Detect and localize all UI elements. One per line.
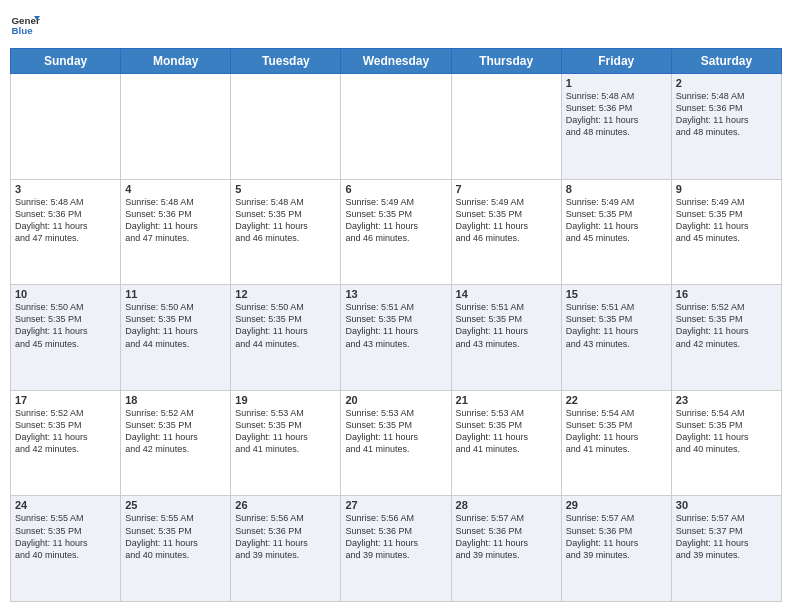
calendar-cell: 2Sunrise: 5:48 AMSunset: 5:36 PMDaylight… bbox=[671, 74, 781, 180]
column-header-thursday: Thursday bbox=[451, 49, 561, 74]
calendar-cell: 18Sunrise: 5:52 AMSunset: 5:35 PMDayligh… bbox=[121, 390, 231, 496]
day-info: Sunrise: 5:48 AMSunset: 5:36 PMDaylight:… bbox=[676, 90, 777, 139]
calendar-cell: 25Sunrise: 5:55 AMSunset: 5:35 PMDayligh… bbox=[121, 496, 231, 602]
day-number: 23 bbox=[676, 394, 777, 406]
column-header-wednesday: Wednesday bbox=[341, 49, 451, 74]
column-header-friday: Friday bbox=[561, 49, 671, 74]
day-number: 18 bbox=[125, 394, 226, 406]
calendar-cell: 5Sunrise: 5:48 AMSunset: 5:35 PMDaylight… bbox=[231, 179, 341, 285]
day-info: Sunrise: 5:48 AMSunset: 5:36 PMDaylight:… bbox=[15, 196, 116, 245]
day-info: Sunrise: 5:56 AMSunset: 5:36 PMDaylight:… bbox=[345, 512, 446, 561]
day-number: 1 bbox=[566, 77, 667, 89]
calendar-cell: 26Sunrise: 5:56 AMSunset: 5:36 PMDayligh… bbox=[231, 496, 341, 602]
calendar-cell: 8Sunrise: 5:49 AMSunset: 5:35 PMDaylight… bbox=[561, 179, 671, 285]
day-number: 10 bbox=[15, 288, 116, 300]
day-number: 3 bbox=[15, 183, 116, 195]
day-info: Sunrise: 5:54 AMSunset: 5:35 PMDaylight:… bbox=[566, 407, 667, 456]
calendar-cell: 19Sunrise: 5:53 AMSunset: 5:35 PMDayligh… bbox=[231, 390, 341, 496]
day-number: 7 bbox=[456, 183, 557, 195]
day-info: Sunrise: 5:54 AMSunset: 5:35 PMDaylight:… bbox=[676, 407, 777, 456]
day-number: 11 bbox=[125, 288, 226, 300]
column-header-sunday: Sunday bbox=[11, 49, 121, 74]
calendar-cell: 6Sunrise: 5:49 AMSunset: 5:35 PMDaylight… bbox=[341, 179, 451, 285]
day-number: 24 bbox=[15, 499, 116, 511]
column-header-monday: Monday bbox=[121, 49, 231, 74]
calendar-cell bbox=[121, 74, 231, 180]
day-info: Sunrise: 5:48 AMSunset: 5:35 PMDaylight:… bbox=[235, 196, 336, 245]
calendar-cell: 11Sunrise: 5:50 AMSunset: 5:35 PMDayligh… bbox=[121, 285, 231, 391]
calendar-cell: 29Sunrise: 5:57 AMSunset: 5:36 PMDayligh… bbox=[561, 496, 671, 602]
calendar-cell: 13Sunrise: 5:51 AMSunset: 5:35 PMDayligh… bbox=[341, 285, 451, 391]
day-number: 20 bbox=[345, 394, 446, 406]
calendar-cell bbox=[341, 74, 451, 180]
calendar-cell: 10Sunrise: 5:50 AMSunset: 5:35 PMDayligh… bbox=[11, 285, 121, 391]
day-info: Sunrise: 5:51 AMSunset: 5:35 PMDaylight:… bbox=[456, 301, 557, 350]
day-info: Sunrise: 5:52 AMSunset: 5:35 PMDaylight:… bbox=[15, 407, 116, 456]
day-number: 22 bbox=[566, 394, 667, 406]
calendar-cell: 22Sunrise: 5:54 AMSunset: 5:35 PMDayligh… bbox=[561, 390, 671, 496]
calendar-table: SundayMondayTuesdayWednesdayThursdayFrid… bbox=[10, 48, 782, 602]
calendar-cell: 27Sunrise: 5:56 AMSunset: 5:36 PMDayligh… bbox=[341, 496, 451, 602]
day-number: 26 bbox=[235, 499, 336, 511]
day-number: 17 bbox=[15, 394, 116, 406]
calendar-cell: 30Sunrise: 5:57 AMSunset: 5:37 PMDayligh… bbox=[671, 496, 781, 602]
calendar-cell bbox=[231, 74, 341, 180]
calendar-cell: 3Sunrise: 5:48 AMSunset: 5:36 PMDaylight… bbox=[11, 179, 121, 285]
calendar-cell: 28Sunrise: 5:57 AMSunset: 5:36 PMDayligh… bbox=[451, 496, 561, 602]
day-info: Sunrise: 5:57 AMSunset: 5:36 PMDaylight:… bbox=[456, 512, 557, 561]
day-number: 2 bbox=[676, 77, 777, 89]
calendar-cell: 1Sunrise: 5:48 AMSunset: 5:36 PMDaylight… bbox=[561, 74, 671, 180]
calendar-week-2: 3Sunrise: 5:48 AMSunset: 5:36 PMDaylight… bbox=[11, 179, 782, 285]
day-number: 4 bbox=[125, 183, 226, 195]
calendar-week-3: 10Sunrise: 5:50 AMSunset: 5:35 PMDayligh… bbox=[11, 285, 782, 391]
day-number: 14 bbox=[456, 288, 557, 300]
day-info: Sunrise: 5:50 AMSunset: 5:35 PMDaylight:… bbox=[235, 301, 336, 350]
calendar-week-5: 24Sunrise: 5:55 AMSunset: 5:35 PMDayligh… bbox=[11, 496, 782, 602]
day-number: 8 bbox=[566, 183, 667, 195]
calendar-cell bbox=[11, 74, 121, 180]
day-info: Sunrise: 5:56 AMSunset: 5:36 PMDaylight:… bbox=[235, 512, 336, 561]
header: General Blue bbox=[10, 10, 782, 40]
day-number: 13 bbox=[345, 288, 446, 300]
day-info: Sunrise: 5:55 AMSunset: 5:35 PMDaylight:… bbox=[15, 512, 116, 561]
day-info: Sunrise: 5:49 AMSunset: 5:35 PMDaylight:… bbox=[456, 196, 557, 245]
calendar-cell: 4Sunrise: 5:48 AMSunset: 5:36 PMDaylight… bbox=[121, 179, 231, 285]
logo-icon: General Blue bbox=[10, 10, 40, 40]
day-info: Sunrise: 5:53 AMSunset: 5:35 PMDaylight:… bbox=[235, 407, 336, 456]
day-info: Sunrise: 5:48 AMSunset: 5:36 PMDaylight:… bbox=[566, 90, 667, 139]
day-number: 21 bbox=[456, 394, 557, 406]
day-number: 15 bbox=[566, 288, 667, 300]
day-number: 29 bbox=[566, 499, 667, 511]
calendar-cell: 17Sunrise: 5:52 AMSunset: 5:35 PMDayligh… bbox=[11, 390, 121, 496]
day-number: 25 bbox=[125, 499, 226, 511]
day-info: Sunrise: 5:57 AMSunset: 5:37 PMDaylight:… bbox=[676, 512, 777, 561]
day-number: 30 bbox=[676, 499, 777, 511]
day-info: Sunrise: 5:57 AMSunset: 5:36 PMDaylight:… bbox=[566, 512, 667, 561]
calendar-cell: 9Sunrise: 5:49 AMSunset: 5:35 PMDaylight… bbox=[671, 179, 781, 285]
column-header-saturday: Saturday bbox=[671, 49, 781, 74]
day-info: Sunrise: 5:55 AMSunset: 5:35 PMDaylight:… bbox=[125, 512, 226, 561]
calendar-week-1: 1Sunrise: 5:48 AMSunset: 5:36 PMDaylight… bbox=[11, 74, 782, 180]
logo: General Blue bbox=[10, 10, 40, 40]
day-number: 5 bbox=[235, 183, 336, 195]
day-number: 19 bbox=[235, 394, 336, 406]
calendar-cell: 24Sunrise: 5:55 AMSunset: 5:35 PMDayligh… bbox=[11, 496, 121, 602]
day-info: Sunrise: 5:52 AMSunset: 5:35 PMDaylight:… bbox=[676, 301, 777, 350]
day-info: Sunrise: 5:48 AMSunset: 5:36 PMDaylight:… bbox=[125, 196, 226, 245]
day-number: 6 bbox=[345, 183, 446, 195]
day-info: Sunrise: 5:52 AMSunset: 5:35 PMDaylight:… bbox=[125, 407, 226, 456]
day-number: 27 bbox=[345, 499, 446, 511]
day-info: Sunrise: 5:49 AMSunset: 5:35 PMDaylight:… bbox=[566, 196, 667, 245]
day-info: Sunrise: 5:53 AMSunset: 5:35 PMDaylight:… bbox=[345, 407, 446, 456]
day-info: Sunrise: 5:49 AMSunset: 5:35 PMDaylight:… bbox=[676, 196, 777, 245]
calendar-cell bbox=[451, 74, 561, 180]
day-info: Sunrise: 5:50 AMSunset: 5:35 PMDaylight:… bbox=[125, 301, 226, 350]
day-info: Sunrise: 5:49 AMSunset: 5:35 PMDaylight:… bbox=[345, 196, 446, 245]
day-info: Sunrise: 5:50 AMSunset: 5:35 PMDaylight:… bbox=[15, 301, 116, 350]
column-header-tuesday: Tuesday bbox=[231, 49, 341, 74]
calendar-cell: 7Sunrise: 5:49 AMSunset: 5:35 PMDaylight… bbox=[451, 179, 561, 285]
day-number: 28 bbox=[456, 499, 557, 511]
calendar-header-row: SundayMondayTuesdayWednesdayThursdayFrid… bbox=[11, 49, 782, 74]
day-number: 12 bbox=[235, 288, 336, 300]
calendar-cell: 12Sunrise: 5:50 AMSunset: 5:35 PMDayligh… bbox=[231, 285, 341, 391]
